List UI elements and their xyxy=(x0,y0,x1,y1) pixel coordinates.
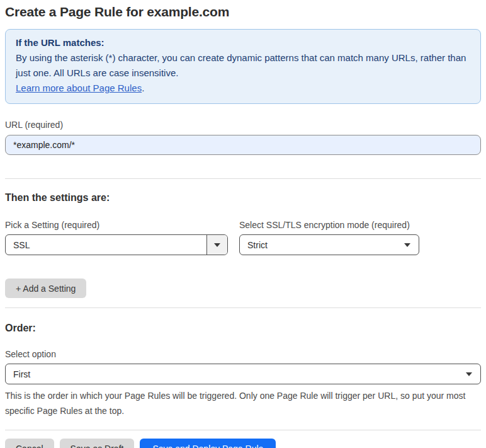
setting-select[interactable]: SSL xyxy=(5,234,228,255)
url-field-label: URL (required) xyxy=(5,120,481,130)
settings-section-heading: Then the settings are: xyxy=(5,179,481,204)
chevron-down-icon xyxy=(404,243,410,247)
cancel-button[interactable]: Cancel xyxy=(5,439,54,448)
url-input[interactable] xyxy=(5,135,481,155)
learn-more-link[interactable]: Learn more about Page Rules xyxy=(16,83,142,93)
chevron-down-icon xyxy=(466,372,472,376)
setting-picker-label: Pick a Setting (required) xyxy=(5,220,228,230)
save-deploy-button[interactable]: Save and Deploy Page Rule xyxy=(140,439,276,448)
order-help-text: This is the order in which your Page Rul… xyxy=(5,388,481,418)
save-draft-button[interactable]: Save as Draft xyxy=(60,439,135,448)
setting-select-value: SSL xyxy=(6,240,206,250)
page-title: Create a Page Rule for example.com xyxy=(5,0,481,20)
ssl-mode-label: Select SSL/TLS encryption mode (required… xyxy=(239,220,419,230)
ssl-mode-caret-holder xyxy=(404,243,419,247)
ssl-mode-select[interactable]: Strict xyxy=(239,234,419,255)
chevron-down-icon xyxy=(214,243,220,247)
order-select-label: Select option xyxy=(5,349,481,359)
ssl-mode-select-value: Strict xyxy=(240,240,404,250)
link-suffix: . xyxy=(142,83,144,93)
add-setting-button[interactable]: + Add a Setting xyxy=(5,279,86,298)
create-page-rule-form: Create a Page Rule for example.com If th… xyxy=(0,0,486,448)
section-divider xyxy=(5,430,481,430)
order-caret-holder xyxy=(466,372,480,376)
order-select[interactable]: First xyxy=(5,364,481,384)
order-section-heading: Order: xyxy=(5,308,481,334)
order-select-value: First xyxy=(6,369,466,379)
info-box-heading: If the URL matches: xyxy=(16,35,470,50)
info-box-body: By using the asterisk (*) character, you… xyxy=(16,50,470,81)
setting-select-arrow-zone[interactable] xyxy=(206,235,227,255)
footer-actions: Cancel Save as Draft Save and Deploy Pag… xyxy=(5,439,481,448)
url-match-info-box: If the URL matches: By using the asteris… xyxy=(5,29,481,104)
